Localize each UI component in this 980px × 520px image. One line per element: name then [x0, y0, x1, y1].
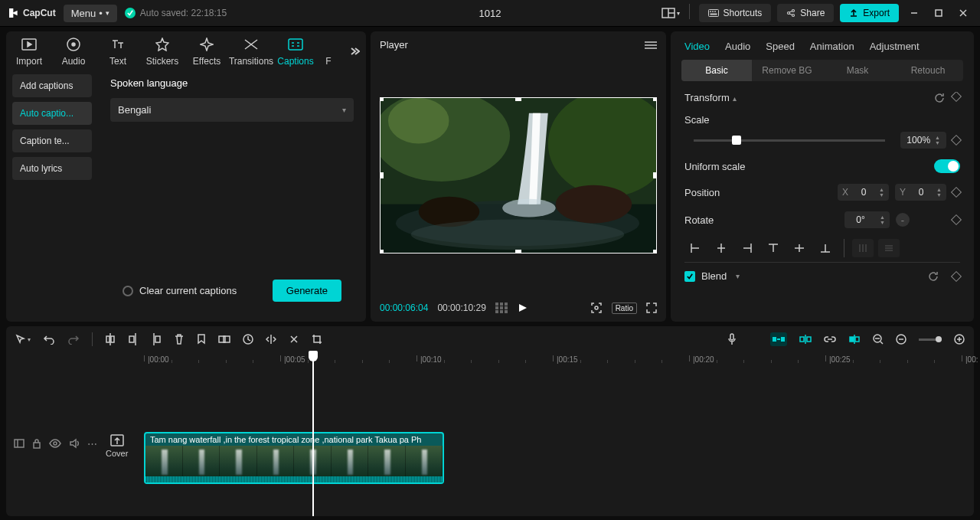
slider-thumb[interactable]: [732, 136, 741, 145]
align-vcenter[interactable]: [789, 239, 810, 257]
resize-handle[interactable]: [515, 97, 521, 101]
tab-captions[interactable]: Captions: [280, 36, 311, 67]
more-icon[interactable]: ⋯: [87, 438, 97, 450]
tab-text[interactable]: Text: [103, 36, 133, 67]
rtab-speed[interactable]: Speed: [766, 41, 795, 52]
redo-button[interactable]: [67, 334, 80, 345]
scale-value-box[interactable]: 100%▲▼: [900, 132, 946, 149]
position-x-input[interactable]: X0▲▼: [838, 184, 889, 201]
delete-right[interactable]: [151, 333, 162, 345]
mute-icon[interactable]: [69, 438, 80, 449]
close-button[interactable]: [954, 4, 972, 22]
uniform-toggle[interactable]: [934, 159, 960, 173]
resize-handle[interactable]: [653, 250, 657, 253]
player-canvas[interactable]: [380, 57, 657, 294]
position-y-input[interactable]: Y0▲▼: [895, 184, 946, 201]
rtab-video[interactable]: Video: [684, 41, 710, 52]
maximize-button[interactable]: [929, 4, 948, 22]
keyframe-icon[interactable]: [951, 270, 962, 281]
eye-icon[interactable]: [49, 439, 61, 448]
keyframe-icon[interactable]: [951, 135, 962, 146]
stepper-icon[interactable]: ▲▼: [879, 187, 884, 198]
blend-checkbox[interactable]: [684, 271, 695, 282]
tab-audio[interactable]: Audio: [58, 36, 89, 67]
rtab-animation[interactable]: Animation: [810, 41, 854, 52]
subtab-basic[interactable]: Basic: [681, 60, 752, 81]
keyframe-icon[interactable]: [951, 92, 962, 102]
crop-button[interactable]: [312, 334, 322, 345]
rtab-adjustment[interactable]: Adjustment: [870, 41, 920, 52]
rotate-input[interactable]: 0°▲▼: [844, 211, 890, 228]
share-button[interactable]: Share: [777, 4, 834, 22]
sidebar-auto-captions[interactable]: Auto captio...: [12, 102, 92, 125]
video-frame[interactable]: [380, 97, 657, 253]
ratio-button[interactable]: Ratio: [612, 303, 637, 314]
freeze-button[interactable]: [243, 334, 253, 345]
resize-handle[interactable]: [653, 97, 657, 101]
rtab-audio[interactable]: Audio: [725, 41, 750, 52]
tab-effects[interactable]: Effects: [191, 36, 222, 67]
tab-stickers[interactable]: Stickers: [147, 36, 178, 67]
rotate-dial[interactable]: -: [896, 213, 910, 227]
timeline-ruler[interactable]: |00:00|00:05|00:10|00:15|00:20|00:25|00:: [6, 352, 974, 371]
sidebar-auto-lyrics[interactable]: Auto lyrics: [12, 157, 92, 180]
resize-handle[interactable]: [515, 250, 521, 253]
fullscreen-icon[interactable]: [646, 303, 657, 313]
mic-button[interactable]: [727, 333, 737, 345]
align-left[interactable]: [684, 239, 706, 257]
zoom-slider[interactable]: [919, 338, 942, 341]
subtab-removebg[interactable]: Remove BG: [752, 60, 822, 81]
player-menu-icon[interactable]: [645, 41, 657, 50]
stepper-icon[interactable]: ▲▼: [935, 135, 940, 146]
align-bottom[interactable]: [815, 239, 836, 257]
resize-handle[interactable]: [380, 97, 384, 101]
zoom-minus[interactable]: [896, 334, 906, 345]
delete-left[interactable]: [128, 333, 139, 345]
shortcuts-button[interactable]: Shortcuts: [699, 4, 772, 22]
playhead[interactable]: [312, 352, 314, 516]
sidebar-add-captions[interactable]: Add captions: [12, 74, 92, 97]
more-tabs-button[interactable]: [346, 46, 363, 57]
video-clip[interactable]: Tam nang waterfall ,in the forest tropic…: [144, 432, 444, 484]
align-right[interactable]: [737, 239, 758, 257]
preview-axis[interactable]: [848, 334, 861, 345]
resize-handle[interactable]: [380, 250, 384, 253]
stepper-icon[interactable]: ▲▼: [936, 187, 942, 198]
play-button[interactable]: [517, 303, 528, 313]
tab-import[interactable]: Import: [14, 36, 44, 67]
focus-icon[interactable]: [590, 302, 603, 314]
scale-slider[interactable]: [694, 139, 885, 142]
export-button[interactable]: Export: [840, 4, 899, 22]
keyframe-icon[interactable]: [951, 187, 962, 198]
collapse-icon[interactable]: ▴: [733, 94, 737, 103]
zoom-out[interactable]: [873, 334, 884, 345]
lock-icon[interactable]: [32, 438, 41, 449]
align-hcenter[interactable]: [710, 239, 732, 257]
tab-filters[interactable]: F: [325, 36, 332, 67]
playhead-head[interactable]: [309, 351, 318, 361]
zoom-thumb[interactable]: [936, 336, 942, 342]
main-track-magnet[interactable]: [770, 332, 787, 346]
split-button[interactable]: [105, 333, 116, 345]
reset-icon[interactable]: [934, 93, 945, 103]
reset-icon[interactable]: [928, 271, 939, 282]
mark-button[interactable]: [197, 334, 206, 345]
compound-button[interactable]: [218, 334, 230, 345]
delete-button[interactable]: [174, 333, 185, 345]
clear-captions-row[interactable]: Clear current captions: [122, 285, 237, 296]
zoom-plus[interactable]: [954, 334, 965, 345]
timeline-tracks[interactable]: Tam nang waterfall ,in the forest tropic…: [129, 371, 974, 516]
subtab-retouch[interactable]: Retouch: [893, 60, 963, 81]
language-select[interactable]: Bengali ▾: [110, 98, 354, 122]
align-top[interactable]: [763, 239, 784, 257]
menu-button[interactable]: Menu • ▾: [64, 5, 117, 22]
track-toggle-icon[interactable]: [14, 439, 24, 448]
resize-handle[interactable]: [653, 172, 657, 178]
subtab-mask[interactable]: Mask: [822, 60, 893, 81]
undo-button[interactable]: [43, 334, 55, 345]
sidebar-caption-templates[interactable]: Caption te...: [12, 129, 92, 152]
link-button[interactable]: [824, 335, 836, 343]
collapse-icon[interactable]: ▾: [736, 272, 740, 280]
auto-snap[interactable]: [799, 334, 812, 345]
keyframe-icon[interactable]: [951, 214, 962, 225]
